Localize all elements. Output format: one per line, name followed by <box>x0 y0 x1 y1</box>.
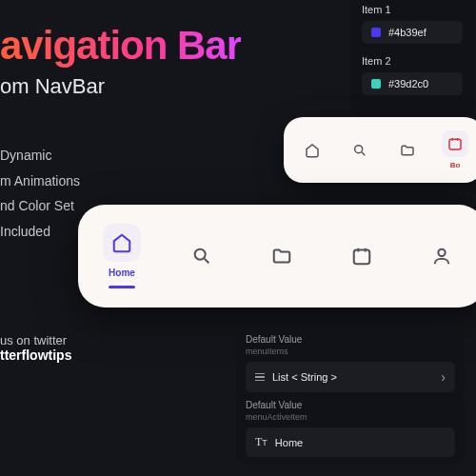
property-label: Default Value <box>246 400 455 410</box>
feature-item: nd Color Set <box>0 193 80 219</box>
chevron-right-icon: › <box>441 369 446 385</box>
svg-point-2 <box>195 249 206 260</box>
svg-point-4 <box>438 249 445 256</box>
user-icon <box>431 246 452 267</box>
color-swatch <box>371 79 381 89</box>
nav-item-search[interactable] <box>347 137 373 164</box>
folder-icon <box>400 143 415 158</box>
folder-icon <box>271 246 292 267</box>
color-item-label: Item 2 <box>362 55 463 67</box>
nav-item-home[interactable]: Home <box>103 224 141 288</box>
page-subtitle: om NavBar <box>0 74 105 99</box>
property-value: List < String > <box>272 371 337 383</box>
nav-item-home[interactable] <box>299 137 326 164</box>
color-hex: #39d2c0 <box>388 78 428 89</box>
property-label: Default Value <box>246 334 455 345</box>
home-icon <box>305 143 320 158</box>
color-hex: #4b39ef <box>388 27 426 38</box>
nav-item-profile[interactable] <box>423 237 461 275</box>
color-swatch <box>371 28 381 37</box>
search-icon <box>191 246 212 267</box>
color-settings-panel: Item 1 #4b39ef Item 2 #39d2c0 <box>350 0 474 116</box>
property-panel-menu-items: Default Value menuItems List < String > … <box>236 327 465 400</box>
property-value: Home <box>275 437 303 448</box>
color-value-input[interactable]: #4b39ef <box>362 21 463 44</box>
nav-item-folder[interactable] <box>394 137 421 164</box>
feature-list: Dynamic m Animations nd Color Set Includ… <box>0 143 80 244</box>
text-type-icon: TT <box>255 435 268 449</box>
list-icon <box>255 373 265 382</box>
svg-rect-1 <box>449 139 461 149</box>
social-handle: tterflowtips <box>0 347 71 363</box>
feature-item: Dynamic <box>0 143 80 169</box>
search-icon <box>352 143 367 158</box>
navbar-preview-large: Home <box>78 205 476 307</box>
color-value-input[interactable]: #39d2c0 <box>362 72 463 95</box>
calendar-icon <box>447 136 463 151</box>
property-value-row[interactable]: List < String > › <box>246 362 455 392</box>
social-line: us on twitter <box>0 333 71 347</box>
property-panel-active-item: Default Value menuActiveItem TT Home <box>236 392 465 465</box>
active-underline <box>109 286 135 288</box>
nav-label: Home <box>109 268 135 278</box>
nav-item-folder[interactable] <box>263 237 301 275</box>
navbar-preview-small: Bo <box>284 117 476 183</box>
nav-item-calendar[interactable] <box>343 237 381 275</box>
home-icon <box>111 232 132 253</box>
nav-item-calendar[interactable]: Bo <box>442 130 468 169</box>
calendar-icon <box>351 246 372 267</box>
feature-item: m Animations <box>0 169 80 194</box>
svg-point-0 <box>355 145 363 152</box>
social-block: us on twitter tterflowtips <box>0 333 71 363</box>
page-title: avigation Bar <box>0 23 241 69</box>
property-name: menuItems <box>246 347 455 356</box>
svg-rect-3 <box>354 250 370 265</box>
property-name: menuActiveItem <box>246 412 455 422</box>
property-value-row[interactable]: TT Home <box>246 427 455 457</box>
nav-label: Bo <box>450 161 461 169</box>
nav-item-search[interactable] <box>183 237 221 275</box>
color-item-label: Item 1 <box>362 4 463 15</box>
feature-item: Included <box>0 219 80 245</box>
